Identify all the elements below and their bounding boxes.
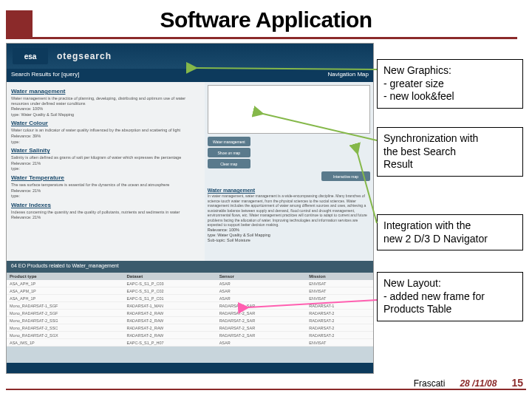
callout-line: Result: [383, 158, 516, 171]
table-cell: EAPC-S_S1_P_H07: [123, 339, 216, 347]
table-cell: Mono_RADARSAT-2_SSC: [7, 324, 123, 332]
table-cell: ASA_APH_1P: [7, 295, 123, 302]
search-banner: Search Results for [query] Navigation Ma…: [7, 69, 373, 82]
detail-body: In water management, water management is…: [208, 194, 370, 228]
col-sensor: Sensor: [216, 273, 307, 280]
app-header: esa otegsearch: [7, 44, 373, 69]
col-dataset: Dataset: [123, 273, 216, 280]
table-row: Mono_RADARSAT-2_SGXRADARSAT-2_RAWRADARSA…: [7, 332, 373, 339]
map-btn[interactable]: Show on map: [208, 148, 250, 157]
result-heading: Water Temperature: [11, 174, 200, 181]
table-cell: RADARSAT-2: [306, 310, 373, 317]
table-cell: Mono_RADARSAT-2_SGF: [7, 310, 123, 317]
table-cell: EAPC-S_S1_P_C03: [123, 280, 216, 287]
table-cell: RADARSAT-2_SAR: [216, 324, 307, 332]
table-row: ASA_APM_1PEAPC-S_S1_P_C02ASARENVISAT: [7, 287, 373, 295]
table-cell: RADARSAT-2: [306, 332, 373, 339]
table-cell: RADARSAT-2_RAW: [123, 317, 216, 324]
navigation-map: [208, 85, 370, 134]
map-column: Water management Show on map Clear map I…: [205, 82, 373, 261]
table-footer: [7, 363, 373, 373]
callout-line: Integration with the: [383, 219, 516, 233]
table-cell: Mono_RADARSAT-2_SSG: [7, 317, 123, 324]
footer-location: Frascati: [414, 378, 446, 389]
callout-line: the best Search: [383, 146, 516, 159]
table-cell: ENVISAT: [306, 287, 373, 295]
table-cell: RADARSAT-1_SAR: [216, 302, 307, 310]
table-cell: ASA_APH_1P: [7, 280, 123, 287]
table-cell: RADARSAT-2_RAW: [123, 310, 216, 317]
search-banner-right: Navigation Map: [327, 71, 369, 80]
table-cell: RADARSAT-2_SAR: [216, 332, 307, 339]
table-cell: ASA_APM_1P: [7, 287, 123, 295]
page-number: 15: [511, 377, 523, 389]
map-btn[interactable]: Water management: [208, 137, 250, 146]
footer: Frascati 28 /11/08 15: [414, 377, 523, 389]
table-cell: ASAR: [216, 339, 307, 347]
result-desc: Water colour is an indicator of water qu…: [11, 128, 200, 133]
callout-line: New Layout:: [383, 277, 516, 290]
result-desc: Indexes concerning the quantity and the …: [11, 210, 200, 215]
table-cell: ENVISAT: [306, 339, 373, 347]
table-cell: ASAR: [216, 287, 307, 295]
table-cell: RADARSAT-2_SAR: [216, 317, 307, 324]
table-cell: Mono_RADARSAT-2_SGX: [7, 332, 123, 339]
detail-typ: type: Water Quality & Soil Mapping: [208, 233, 370, 238]
result-typ: type: Water Quality & Soil Mapping: [11, 112, 200, 117]
table-row: Mono_RADARSAT-2_SSGRADARSAT-2_RAWRADARSA…: [7, 317, 373, 324]
interactive-map-btn[interactable]: Interactive map: [321, 171, 370, 181]
table-cell: Mono_RADARSAT-1_SGF: [7, 302, 123, 310]
result-heading: Water Salinity: [11, 147, 200, 154]
callout-new-graphics: New Graphics: - greater size - new look&…: [377, 59, 523, 109]
oteg-logo: otegsearch: [57, 51, 112, 61]
detail-typ2: Sub-topic: Soil Moisture: [208, 238, 370, 243]
result-typ: type:: [11, 194, 200, 199]
detail-rel: Relevance: 100%: [208, 228, 370, 233]
table-cell: ASAR: [216, 295, 307, 302]
detail-heading: Water management: [208, 187, 370, 194]
table-cell: ASAR: [216, 280, 307, 287]
callout-navigator: Integration with the new 2 D/3 D Navigat…: [377, 214, 523, 250]
col-mission: Mission: [306, 273, 373, 280]
table-cell: RADARSAT-2: [306, 317, 373, 324]
results-column: Water management Water management is the…: [7, 82, 205, 261]
app-screenshot: esa otegsearch Search Results for [query…: [6, 43, 374, 374]
products-table: Product type Dataset Sensor Mission ASA_…: [7, 273, 373, 347]
products-header: 64 EO Products related to Water_manageme…: [7, 261, 373, 273]
result-rel: Relevance: 21%: [11, 161, 200, 166]
table-row: Mono_RADARSAT-2_SGFRADARSAT-2_RAWRADARSA…: [7, 310, 373, 317]
table-cell: RADARSAT-1_MAN: [123, 302, 216, 310]
map-btn[interactable]: Clear map: [208, 159, 250, 168]
result-desc: Water management is the practice of plan…: [11, 96, 200, 106]
callout-synchronization: Synchronization with the best Search Res…: [377, 127, 523, 177]
table-cell: RADARSAT-1: [306, 302, 373, 310]
callout-line: - added new frame for: [383, 290, 516, 304]
table-cell: RADARSAT-2: [306, 324, 373, 332]
callout-line: Synchronization with: [383, 132, 516, 146]
footer-date: 28 /11/08: [460, 378, 497, 389]
callout-new-layout: New Layout: - added new frame for Produc…: [377, 272, 523, 321]
callout-line: - new look&feel: [383, 90, 516, 103]
result-desc: Salinity is often defined as grams of sa…: [11, 155, 200, 160]
table-row: ASA_IMS_1PEAPC-S_S1_P_H07ASARENVISAT: [7, 339, 373, 347]
table-cell: RADARSAT-2_SAR: [216, 310, 307, 317]
table-row: Mono_RADARSAT-1_SGFRADARSAT-1_MANRADARSA…: [7, 302, 373, 310]
search-banner-left: Search Results for [query]: [11, 71, 79, 80]
title-underline: [6, 37, 517, 39]
result-rel: Relevance: 100%: [11, 106, 200, 112]
result-rel: Relevance: 39%: [11, 134, 200, 139]
callout-line: Products Table: [383, 303, 516, 316]
right-detail-panel: Water management In water management, wa…: [208, 187, 370, 243]
col-product: Product type: [7, 273, 123, 280]
callout-line: New Graphics:: [383, 64, 516, 78]
table-row: Mono_RADARSAT-2_SSCRADARSAT-2_RAWRADARSA…: [7, 324, 373, 332]
content-row: Water management Water management is the…: [7, 82, 373, 261]
table-row: ASA_APH_1PEAPC-S_S1_P_C01ASARENVISAT: [7, 295, 373, 302]
corner-logo: [6, 10, 33, 37]
result-heading: Water Indexes: [11, 202, 200, 208]
result-rel: Relevance: 21%: [11, 215, 200, 220]
callout-line: - greater size: [383, 78, 516, 91]
result-desc: The sea surface temperature is essential…: [11, 183, 200, 188]
table-cell: ASA_IMS_1P: [7, 339, 123, 347]
callout-line: new 2 D/3 D Navigator: [383, 233, 516, 246]
